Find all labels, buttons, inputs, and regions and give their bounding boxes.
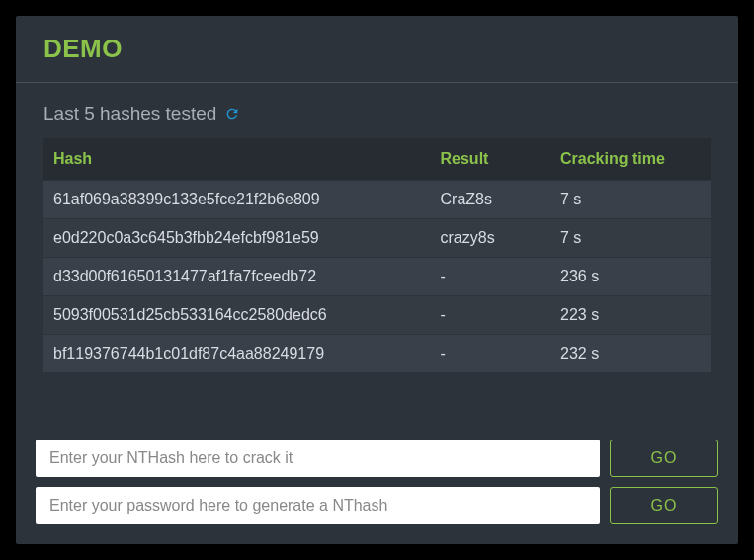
col-header-hash: Hash bbox=[43, 138, 431, 181]
password-input[interactable] bbox=[36, 487, 600, 524]
panel-header: DEMO bbox=[16, 16, 738, 83]
table-row: d33d00f61650131477af1fa7fceedb72 - 236 s bbox=[43, 258, 711, 296]
col-header-time: Cracking time bbox=[550, 138, 711, 181]
table-row: 61af069a38399c133e5fce21f2b6e809 CraZ8s … bbox=[43, 181, 711, 219]
nthash-input[interactable] bbox=[36, 440, 600, 477]
demo-panel: DEMO Last 5 hashes tested Hash Result Cr… bbox=[16, 16, 738, 544]
table-row: 5093f00531d25cb533164cc2580dedc6 - 223 s bbox=[43, 296, 711, 335]
cell-time: 232 s bbox=[550, 335, 711, 373]
subheader: Last 5 hashes tested bbox=[16, 83, 738, 138]
cell-time: 7 s bbox=[550, 181, 711, 219]
page-title: DEMO bbox=[43, 34, 711, 64]
cell-result: - bbox=[431, 335, 551, 373]
refresh-icon[interactable] bbox=[224, 106, 240, 121]
subheader-label: Last 5 hashes tested bbox=[43, 103, 216, 124]
forms-area: GO GO bbox=[16, 424, 738, 544]
table-row: e0d220c0a3c645b3fbb24efcbf981e59 crazy8s… bbox=[43, 219, 711, 258]
hash-table: Hash Result Cracking time 61af069a38399c… bbox=[43, 138, 711, 372]
cell-result: CraZ8s bbox=[431, 181, 551, 219]
cell-time: 7 s bbox=[550, 219, 711, 258]
cell-result: - bbox=[431, 258, 551, 296]
cell-time: 223 s bbox=[550, 296, 711, 335]
cell-hash: 61af069a38399c133e5fce21f2b6e809 bbox=[43, 181, 431, 219]
crack-form-row: GO bbox=[36, 440, 718, 477]
generate-form-row: GO bbox=[36, 487, 718, 524]
cell-hash: e0d220c0a3c645b3fbb24efcbf981e59 bbox=[43, 219, 431, 258]
cell-result: - bbox=[431, 296, 551, 335]
crack-go-button[interactable]: GO bbox=[610, 440, 718, 477]
hash-table-wrap: Hash Result Cracking time 61af069a38399c… bbox=[16, 138, 738, 424]
generate-go-button[interactable]: GO bbox=[610, 487, 718, 524]
cell-hash: 5093f00531d25cb533164cc2580dedc6 bbox=[43, 296, 431, 335]
col-header-result: Result bbox=[431, 138, 551, 181]
table-row: bf119376744b1c01df87c4aa88249179 - 232 s bbox=[43, 335, 711, 373]
cell-hash: bf119376744b1c01df87c4aa88249179 bbox=[43, 335, 431, 373]
cell-hash: d33d00f61650131477af1fa7fceedb72 bbox=[43, 258, 431, 296]
cell-time: 236 s bbox=[550, 258, 711, 296]
cell-result: crazy8s bbox=[431, 219, 551, 258]
